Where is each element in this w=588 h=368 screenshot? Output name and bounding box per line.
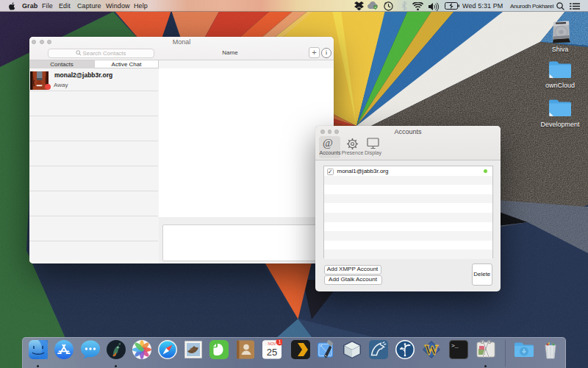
svg-text:NOV: NOV [268,342,277,346]
svg-text:1: 1 [279,339,282,344]
svg-text:W: W [425,342,439,358]
svg-text:>_: >_ [451,342,459,349]
svg-text:25: 25 [267,347,277,358]
